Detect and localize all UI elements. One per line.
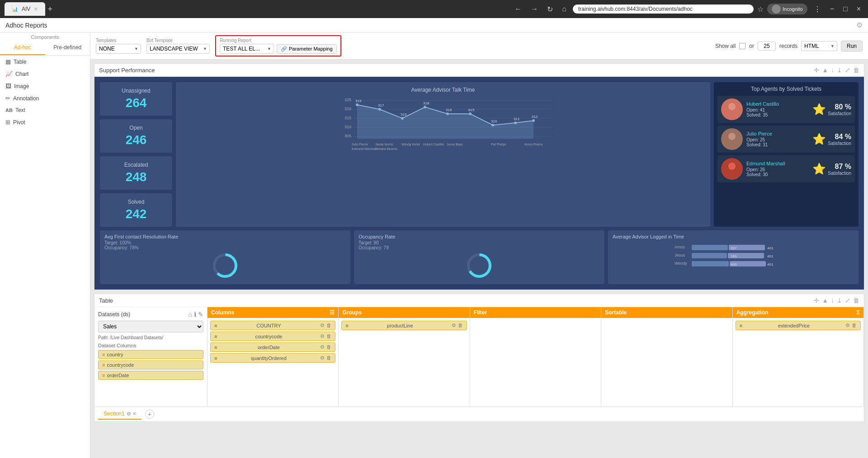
window-close-btn[interactable]: × bbox=[854, 4, 863, 14]
add-icon[interactable]: ✛ bbox=[814, 66, 819, 74]
path-info: Path: /Live Dashboard Datasets/ bbox=[98, 335, 203, 340]
nav-back[interactable]: ← bbox=[512, 4, 524, 14]
chart-icon: 📈 bbox=[5, 70, 13, 77]
config-delete-icon-orderdate[interactable]: 🗑 bbox=[326, 344, 331, 350]
table-move-down-icon[interactable]: ↓ bbox=[831, 297, 834, 304]
agent-stats-1: Open: 25Solved: 31 bbox=[746, 137, 809, 147]
minimize-btn[interactable]: − bbox=[827, 4, 837, 14]
agent-name-1: Julio Pierce bbox=[746, 131, 809, 136]
tab-close-btn[interactable]: × bbox=[34, 5, 38, 13]
bookmark-icon[interactable]: ☆ bbox=[757, 5, 764, 14]
tab-adhoc[interactable]: Ad-hoc bbox=[0, 41, 45, 55]
config-tag-quantityordered: ≡ quantityOrdered ⚙ 🗑 bbox=[210, 353, 335, 363]
templates-group: Templates NONE bbox=[96, 38, 141, 54]
move-down-icon[interactable]: ↓ bbox=[831, 66, 834, 74]
sidebar-item-pivot[interactable]: ⊞ Pivot bbox=[0, 116, 90, 128]
config-delete-icon-extendedprice[interactable]: 🗑 bbox=[852, 322, 857, 328]
config-settings-icon-productline[interactable]: ⚙ bbox=[452, 322, 456, 328]
svg-point-17 bbox=[491, 124, 494, 126]
kpi-open: Open 246 bbox=[100, 119, 172, 153]
report-area[interactable]: Support Performance ✛ ▲ ↓ ⤓ ⤢ 🗑 bbox=[90, 60, 868, 458]
move-up-icon[interactable]: ▲ bbox=[822, 66, 828, 74]
sidebar-item-table[interactable]: ▦ Table bbox=[0, 56, 90, 68]
birt-select[interactable]: LANDSCAPE VIEW bbox=[146, 44, 210, 54]
format-select[interactable]: HTML bbox=[801, 41, 837, 51]
nav-refresh[interactable]: ↻ bbox=[544, 4, 556, 14]
sidebar-item-annotation[interactable]: ✏ Annotation bbox=[0, 92, 90, 104]
incognito-btn[interactable]: Incognito bbox=[767, 4, 807, 14]
show-all-checkbox[interactable] bbox=[739, 43, 745, 49]
sidebar-item-text[interactable]: AB Text bbox=[0, 104, 90, 116]
new-tab-btn[interactable]: + bbox=[48, 5, 53, 14]
templates-select[interactable]: NONE bbox=[96, 44, 141, 54]
info-icon[interactable]: ℹ bbox=[194, 311, 196, 318]
section-tab-1[interactable]: Section1 ⚙ × bbox=[98, 409, 142, 420]
config-delete-icon-country[interactable]: 🗑 bbox=[326, 322, 331, 328]
section-tab-1-close[interactable]: × bbox=[133, 411, 136, 417]
table-delete-icon[interactable]: 🗑 bbox=[853, 297, 859, 304]
table-move-up-icon[interactable]: ▲ bbox=[822, 297, 828, 304]
delete-icon[interactable]: 🗑 bbox=[853, 66, 859, 74]
sortable-panel-content bbox=[601, 318, 732, 323]
column-tag-icon-country: ≡ bbox=[102, 352, 105, 357]
app-settings-icon[interactable]: ⚙ bbox=[856, 21, 863, 29]
add-section-btn[interactable]: + bbox=[145, 410, 154, 419]
nav-forward[interactable]: → bbox=[528, 4, 541, 14]
browser-menu[interactable]: ⋮ bbox=[811, 4, 824, 14]
column-tag-countrycode[interactable]: ≡ countrycode bbox=[98, 360, 203, 369]
running-report-select[interactable]: TEST ALL EL... bbox=[220, 44, 274, 54]
sidebar-item-image[interactable]: 🖼 Image bbox=[0, 80, 90, 92]
export-icon[interactable]: ⤓ bbox=[837, 66, 842, 74]
config-tag-label-country: COUNTRY bbox=[256, 323, 281, 328]
config-delete-icon-countrycode[interactable]: 🗑 bbox=[326, 333, 331, 339]
maximize-btn[interactable]: □ bbox=[840, 4, 850, 14]
records-input[interactable] bbox=[758, 42, 776, 51]
config-settings-icon-extendedprice[interactable]: ⚙ bbox=[845, 322, 850, 328]
sidebar-item-chart[interactable]: 📈 Chart bbox=[0, 68, 90, 80]
tab-predefined[interactable]: Pre-defined bbox=[45, 41, 90, 55]
resize-icon[interactable]: ⤢ bbox=[845, 66, 850, 74]
svg-text:Tamara Moreno: Tamara Moreno bbox=[375, 147, 397, 150]
filter-panel-label: Filter bbox=[474, 309, 487, 316]
home-icon[interactable]: ⌂ bbox=[189, 311, 192, 318]
occupancy-card: Occupancy Rate Target: 90 Occupancy: 79 bbox=[354, 230, 604, 284]
address-bar[interactable]: training.aivhub.com:8443/aiv/Documents/a… bbox=[573, 5, 754, 14]
column-tag-label-orderdate: orderDate bbox=[107, 373, 129, 378]
config-delete-icon-quantityordered[interactable]: 🗑 bbox=[326, 355, 331, 361]
svg-point-13 bbox=[401, 117, 404, 120]
table-export-icon[interactable]: ⤓ bbox=[837, 297, 842, 304]
column-tag-orderdate[interactable]: ≡ orderDate bbox=[98, 371, 203, 380]
column-tag-label-countrycode: countrycode bbox=[107, 362, 134, 368]
datasets-select[interactable]: Sales bbox=[98, 321, 203, 332]
svg-text:310: 310 bbox=[344, 125, 351, 129]
config-tag-icon-countrycode: ≡ bbox=[214, 334, 217, 339]
config-settings-icon-countrycode[interactable]: ⚙ bbox=[320, 333, 325, 339]
svg-text:Jamie Norris: Jamie Norris bbox=[375, 143, 393, 146]
line-chart-svg: 325 320 315 310 305 bbox=[180, 96, 706, 159]
config-tag-actions-orderdate: ⚙ 🗑 bbox=[320, 344, 331, 350]
agent-info-2: Edmund Marshall Open: 26Solved: 30 bbox=[746, 161, 809, 177]
table-section-actions: ✛ ▲ ↓ ⤓ ⤢ 🗑 bbox=[814, 297, 859, 304]
config-tag-extendedprice: ≡ extendedPrice ⚙ 🗑 bbox=[736, 321, 861, 330]
birt-group: Birt Template LANDSCAPE VIEW bbox=[146, 38, 210, 54]
config-delete-icon-productline[interactable]: 🗑 bbox=[458, 322, 463, 328]
filter-panel-content bbox=[470, 318, 601, 323]
columns-panel: Columns ☰ ≡ COUNTRY ⚙ 🗑 bbox=[208, 307, 339, 407]
config-settings-icon-orderdate[interactable]: ⚙ bbox=[320, 344, 325, 350]
run-btn[interactable]: Run bbox=[841, 41, 863, 51]
nav-home[interactable]: ⌂ bbox=[559, 4, 569, 14]
section-tab-1-settings[interactable]: ⚙ bbox=[127, 411, 131, 417]
config-settings-icon-quantityordered[interactable]: ⚙ bbox=[320, 355, 325, 361]
config-settings-icon-country[interactable]: ⚙ bbox=[320, 322, 325, 328]
columns-panel-icon: ☰ bbox=[330, 309, 335, 316]
occupancy-target: Target: 90 bbox=[359, 240, 600, 245]
sortable-panel-header: Sortable bbox=[601, 307, 732, 318]
column-tag-country[interactable]: ≡ country bbox=[98, 350, 203, 359]
param-mapping-btn[interactable]: 🔗 Parameter Mapping bbox=[277, 44, 337, 54]
edit-icon[interactable]: ✎ bbox=[198, 311, 203, 318]
agent-rating-1: ⭐ 84 % Satisfaction bbox=[812, 133, 851, 146]
active-tab[interactable]: 📊 AIV × bbox=[5, 2, 45, 16]
kpi-unassigned-value: 264 bbox=[107, 96, 165, 110]
table-add-icon[interactable]: ✛ bbox=[814, 297, 819, 304]
table-resize-icon[interactable]: ⤢ bbox=[845, 297, 850, 304]
